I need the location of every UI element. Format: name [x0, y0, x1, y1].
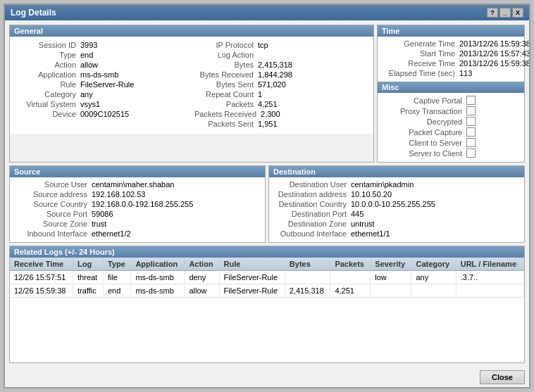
table-cell: ms-ds-smb — [131, 284, 185, 298]
field-row: Repeat Count1 — [194, 90, 366, 99]
field-label: Repeat Count — [194, 90, 258, 99]
general-header: General — [10, 25, 373, 37]
table-cell — [371, 284, 411, 298]
title-bar-controls: ? _ X — [487, 8, 523, 18]
field-row: Log Action — [194, 51, 366, 59]
field-label: Type — [17, 51, 80, 59]
dest-value: 10.10.50.20 — [351, 190, 392, 198]
close-title-button[interactable]: X — [512, 8, 523, 18]
table-column-header: Category — [411, 258, 456, 271]
misc-label: Proxy Transaction — [382, 107, 466, 115]
dest-label: Destination User — [273, 180, 351, 189]
field-label: Session ID — [17, 41, 80, 49]
dest-row: Destination address10.10.50.20 — [273, 190, 520, 198]
table-cell: 12/26 15:57:51 — [10, 271, 73, 284]
source-label: Source Zone — [14, 220, 92, 228]
field-value: 1,844,298 — [258, 70, 292, 79]
field-label: Bytes Received — [194, 70, 258, 79]
table-column-header: Rule — [219, 258, 285, 271]
time-field-row: Generate Time2013/12/26 15:59:38 — [382, 39, 520, 48]
dest-label: Outbound Interface — [273, 229, 351, 238]
time-header: Time — [378, 25, 524, 37]
table-cell: .3.7.. — [456, 271, 523, 284]
time-field-label: Receive Time — [382, 59, 459, 68]
table-cell: FileServer-Rule — [219, 271, 285, 284]
top-section: General Session ID3993TypeendActionallow… — [9, 25, 525, 163]
dest-row: Destination Port445 — [273, 210, 520, 218]
general-body: Session ID3993TypeendActionallowApplicat… — [10, 37, 373, 134]
dest-body: Destination Usercentamin\pkadminDestinat… — [269, 177, 524, 242]
source-value: 192.168.102.53 — [92, 190, 145, 198]
field-value: 2,415,318 — [258, 61, 292, 69]
dest-row: Outbound Interfaceethernet1/1 — [273, 229, 520, 238]
dest-label: Destination Zone — [273, 220, 351, 228]
dest-label: Destination address — [273, 190, 351, 198]
misc-label: Captive Portal — [382, 96, 466, 105]
misc-label: Client to Server — [382, 139, 466, 147]
table-cell: 12/26 15:59:38 — [10, 284, 73, 298]
table-header-row: Receive TimeLogTypeApplicationActionRule… — [10, 258, 524, 271]
source-label: Inbound Interface — [14, 229, 92, 238]
misc-checkbox[interactable] — [466, 96, 476, 105]
source-label: Source Country — [14, 200, 92, 208]
table-column-header: Severity — [371, 258, 411, 271]
time-field-row: Elapsed Time (sec)113 — [382, 69, 520, 77]
field-value: 4,251 — [258, 100, 278, 108]
table-row[interactable]: 12/26 15:57:51threatfilems-ds-smbdenyFil… — [10, 271, 524, 284]
general-panel: General Session ID3993TypeendActionallow… — [9, 25, 374, 163]
source-value: trust — [92, 220, 106, 228]
misc-checkbox[interactable] — [466, 148, 476, 158]
table-cell: ms-ds-smb — [131, 271, 185, 284]
field-label: Bytes — [194, 61, 258, 69]
general-col1: Session ID3993TypeendActionallowApplicat… — [14, 39, 192, 131]
misc-checkbox[interactable] — [466, 127, 476, 137]
field-row: Bytes Received1,844,298 — [194, 70, 366, 79]
dest-label: Destination Port — [273, 210, 351, 218]
field-value: vsys1 — [80, 100, 100, 108]
misc-row: Packet Capture — [382, 127, 520, 137]
help-button[interactable]: ? — [487, 8, 498, 18]
misc-row: Captive Portal — [382, 96, 520, 105]
misc-header: Misc — [378, 82, 524, 93]
time-inner: Time Generate Time2013/12/26 15:59:38Sta… — [378, 25, 524, 82]
source-row: Source Port59086 — [14, 210, 261, 218]
field-value: allow — [80, 61, 98, 69]
dest-value: ethernet1/1 — [351, 229, 390, 238]
field-label: IP Protocol — [194, 41, 258, 49]
dest-row: Destination Usercentamin\pkadmin — [273, 180, 520, 189]
source-label: Source User — [14, 180, 92, 189]
source-value: 192.168.0.0-192.168.255.255 — [92, 200, 193, 208]
table-cell: allow — [185, 284, 219, 298]
close-button[interactable]: Close — [480, 370, 525, 384]
source-body: Source Usercentamin\maher.shabanSource a… — [10, 177, 265, 242]
time-field-value: 113 — [459, 69, 472, 77]
source-row: Source Country192.168.0.0-192.168.255.25… — [14, 200, 261, 208]
table-column-header: Log — [73, 258, 104, 271]
table-column-header: Bytes — [285, 258, 330, 271]
misc-row: Decrypted — [382, 117, 520, 126]
misc-checkbox[interactable] — [466, 106, 476, 115]
field-value: 2,300 — [261, 110, 280, 118]
misc-checkbox[interactable] — [466, 117, 476, 126]
table-cell: deny — [185, 271, 219, 284]
source-label: Source address — [14, 190, 92, 198]
field-label: Packets Received — [194, 110, 261, 118]
misc-checkbox[interactable] — [466, 138, 476, 147]
source-panel: Source Source Usercentamin\maher.shabanS… — [9, 165, 266, 243]
table-column-header: Type — [103, 258, 130, 271]
misc-row: Proxy Transaction — [382, 106, 520, 115]
table-cell — [330, 271, 371, 284]
minimize-button[interactable]: _ — [499, 8, 511, 18]
table-cell — [285, 271, 330, 284]
time-field-row: Receive Time2013/12/26 15:59:38 — [382, 59, 520, 68]
field-value: 1 — [258, 90, 262, 99]
field-row: Packets Received2,300 — [194, 110, 366, 118]
table-row[interactable]: 12/26 15:59:38trafficendms-ds-smballowFi… — [10, 284, 524, 298]
table-column-header: Action — [185, 258, 219, 271]
source-row: Source address192.168.102.53 — [14, 190, 261, 198]
field-value: 1,951 — [258, 120, 278, 128]
field-value: 571,020 — [258, 80, 286, 89]
source-row: Inbound Interfaceethernet1/2 — [14, 229, 261, 238]
field-label: Log Action — [194, 51, 258, 59]
table-cell: end — [103, 284, 130, 298]
